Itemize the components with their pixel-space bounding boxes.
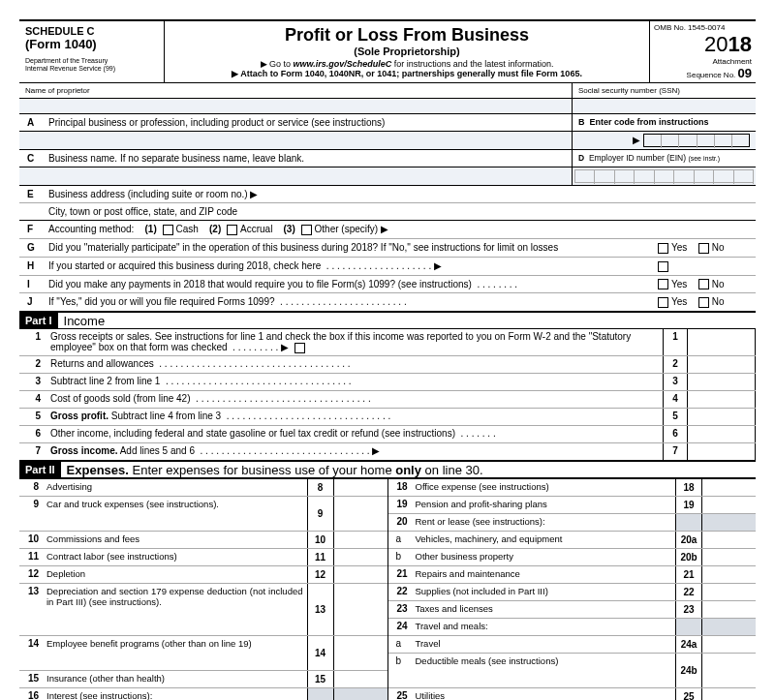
ein-input[interactable] [572, 167, 756, 185]
expense-line-8: 8Advertising8 [19, 479, 388, 497]
line-1-checkbox[interactable] [294, 343, 305, 353]
line-2-desc: Returns and allowances . . . . . . . . .… [46, 356, 663, 373]
line-e-label: E [19, 186, 43, 202]
line-6-amount[interactable] [688, 426, 756, 442]
j-yes-checkbox[interactable] [658, 297, 668, 308]
part-1-header: Part I Income [19, 312, 756, 329]
line-3-desc: Subtract line 2 from line 1 . . . . . . … [46, 374, 663, 390]
form-header: SCHEDULE C (Form 1040) Department of the… [19, 19, 756, 83]
code-input[interactable]: ▶ [572, 132, 756, 149]
name-proprietor-label: Name of proprietor [19, 83, 572, 98]
expense-line-18: 18Office expense (see instructions)18 [388, 479, 757, 497]
amount-13[interactable] [334, 584, 388, 635]
amount-22[interactable] [702, 584, 756, 600]
line-4-amount[interactable] [688, 391, 756, 408]
expense-line-13: 13Depreciation and section 179 expense d… [19, 584, 388, 636]
line-5-amount[interactable] [688, 409, 756, 425]
expense-line-9: 9Car and truck expenses (see instruction… [19, 497, 388, 532]
g-yes-checkbox[interactable] [658, 243, 668, 254]
ssn-input[interactable] [572, 99, 756, 113]
line-7-amount[interactable] [688, 443, 756, 460]
expense-line-10: 10Commissions and fees10 [19, 532, 388, 549]
schedule-c-form: SCHEDULE C (Form 1040) Department of the… [19, 19, 756, 700]
line-6-desc: Other income, including federal and stat… [46, 426, 663, 442]
form-number: (Form 1040) [25, 37, 158, 51]
expense-line-15: 15Insurance (other than health)15 [19, 671, 388, 688]
amount- [702, 514, 756, 531]
amount-24a[interactable] [702, 636, 756, 653]
line-a-label: A [19, 114, 43, 131]
line-3-amount[interactable] [688, 374, 756, 390]
g-no-checkbox[interactable] [698, 243, 709, 254]
line-c-label: C [19, 150, 43, 167]
dept-line-2: Internal Revenue Service (99) [25, 65, 158, 73]
amount-14[interactable] [334, 636, 388, 670]
line-d: D Employer ID number (EIN) (see instr.) [572, 150, 756, 167]
amount-23[interactable] [702, 601, 756, 618]
expense-line-12: 12Depletion12 [19, 566, 388, 584]
dept-line-1: Department of the Treasury [25, 57, 158, 65]
line-2-amount[interactable] [688, 356, 756, 373]
amount-11[interactable] [334, 549, 388, 565]
expense-line-24: 24Travel and meals: [388, 619, 757, 636]
line-a-text: Principal business or profession, includ… [43, 114, 572, 131]
line-4-desc: Cost of goods sold (from line 42) . . . … [46, 391, 663, 408]
expense-line-19: 19Pension and profit-sharing plans19 [388, 497, 757, 514]
form-subtitle: (Sole Proprietorship) [172, 46, 641, 57]
amount-9[interactable] [334, 497, 388, 531]
omb-number: OMB No. 1545-0074 [654, 23, 752, 32]
h-checkbox[interactable] [658, 261, 668, 272]
i-no-checkbox[interactable] [698, 279, 709, 289]
name-proprietor-input[interactable] [19, 99, 572, 113]
expense-line-20a: aVehicles, machinery, and equipment20a [388, 532, 757, 549]
line-h-label: H [19, 258, 43, 275]
line-c-text: Business name. If no separate business n… [43, 150, 572, 167]
expense-line-21: 21Repairs and maintenance21 [388, 566, 757, 584]
line-5-desc: Gross profit. Subtract line 4 from line … [46, 409, 663, 425]
amount-18[interactable] [702, 479, 756, 496]
i-yes-checkbox[interactable] [658, 279, 668, 289]
line-e1-text: Business address (including suite or roo… [43, 186, 756, 202]
tax-year: 2018 [654, 32, 752, 57]
line-b: B Enter code from instructions [572, 114, 756, 131]
amount-25[interactable] [702, 688, 756, 700]
accrual-checkbox[interactable] [227, 225, 237, 235]
amount-20b[interactable] [702, 549, 756, 565]
amount-10[interactable] [334, 532, 388, 548]
line-a-input[interactable] [43, 132, 572, 149]
expense-line-25: 25Utilities25 [388, 688, 757, 700]
line-j-label: J [19, 293, 43, 311]
amount-8[interactable] [334, 479, 388, 496]
line-j-text: If "Yes," did you or will you file requi… [43, 293, 649, 311]
expense-line-23: 23Taxes and licenses23 [388, 601, 757, 619]
expense-line-24b: bDeductible meals (see instructions)24b [388, 654, 757, 688]
line-c-input[interactable] [43, 167, 572, 185]
amount-20a[interactable] [702, 532, 756, 548]
line-e2-text: City, town or post office, state, and ZI… [43, 203, 756, 220]
line-i-label: I [19, 276, 43, 293]
amount- [334, 688, 388, 700]
expense-line-20: 20Rent or lease (see instructions): [388, 514, 757, 532]
part-2-header: Part II Expenses. Enter expenses for bus… [19, 461, 756, 478]
j-no-checkbox[interactable] [698, 297, 709, 308]
form-title: Profit or Loss From Business [172, 25, 641, 46]
schedule-label: SCHEDULE C [25, 25, 158, 37]
amount-12[interactable] [334, 566, 388, 583]
line-1-desc: Gross receipts or sales. See instruction… [46, 329, 663, 355]
line-g-label: G [19, 239, 43, 257]
goto-line: ▶ Go to www.irs.gov/ScheduleC for instru… [172, 59, 641, 69]
expense-line-14: 14Employee benefit programs (other than … [19, 636, 388, 671]
other-checkbox[interactable] [301, 225, 312, 235]
amount-19[interactable] [702, 497, 756, 513]
line-7-desc: Gross income. Add lines 5 and 6 . . . . … [46, 443, 663, 460]
amount-15[interactable] [334, 671, 388, 687]
line-f-label: F [19, 221, 43, 238]
amount- [702, 619, 756, 635]
amount-24b[interactable] [702, 654, 756, 687]
amount-21[interactable] [702, 566, 756, 583]
line-1-amount[interactable] [688, 329, 756, 355]
line-i-text: Did you make any payments in 2018 that w… [43, 276, 649, 293]
attach-line: ▶ Attach to Form 1040, 1040NR, or 1041; … [172, 69, 641, 78]
cash-checkbox[interactable] [163, 225, 173, 235]
expense-line-11: 11Contract labor (see instructions)11 [19, 549, 388, 566]
